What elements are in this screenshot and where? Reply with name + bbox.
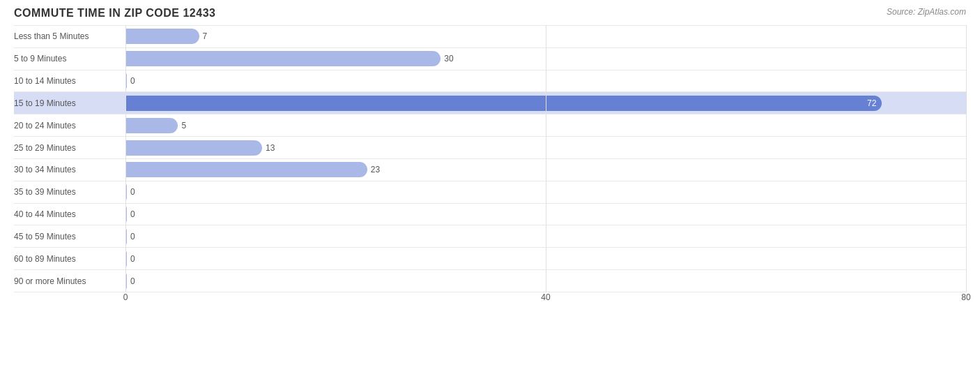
bar-fill [125, 29, 199, 44]
bar-row: 15 to 19 Minutes72 [14, 92, 966, 114]
bar-track: 0 [125, 270, 966, 292]
bar-fill: 72 [125, 96, 882, 111]
bar-fill [125, 162, 367, 177]
bar-row: 10 to 14 Minutes0 [14, 70, 966, 93]
chart-title: COMMUTE TIME IN ZIP CODE 12433 [14, 7, 215, 20]
bar-value-zero: 0 [130, 187, 135, 197]
bar-value-zero: 0 [130, 276, 135, 286]
bar-track: 23 [125, 159, 966, 181]
bar-track: 13 [125, 137, 966, 158]
bar-label: 20 to 24 Minutes [14, 121, 125, 131]
bar-track: 0 [125, 70, 966, 92]
bar-fill [125, 184, 127, 200]
bar-row: 90 or more Minutes0 [14, 270, 966, 292]
bar-value: 23 [371, 165, 380, 174]
bar-label: 15 to 19 Minutes [14, 98, 125, 108]
bar-value-zero: 0 [130, 232, 135, 241]
bar-fill [125, 207, 127, 222]
bar-row: 35 to 39 Minutes0 [14, 181, 966, 204]
bar-fill [125, 229, 127, 244]
bar-label: 40 to 44 Minutes [14, 209, 125, 219]
bar-label: 35 to 39 Minutes [14, 187, 125, 197]
bar-label: Less than 5 Minutes [14, 31, 125, 41]
bar-track: 72 [125, 92, 966, 114]
bar-track: 0 [125, 204, 966, 225]
x-axis-tick: 40 [541, 292, 550, 302]
bar-fill [125, 73, 127, 89]
bar-value-zero: 0 [130, 254, 135, 264]
bar-track: 7 [125, 26, 966, 47]
bar-fill [125, 140, 262, 156]
bar-value: 13 [266, 143, 275, 153]
bar-row: Less than 5 Minutes7 [14, 25, 966, 48]
bar-label: 30 to 34 Minutes [14, 165, 125, 174]
bar-track: 30 [125, 48, 966, 70]
bar-track: 5 [125, 114, 966, 136]
chart-header: COMMUTE TIME IN ZIP CODE 12433 Source: Z… [14, 7, 966, 20]
bar-label: 25 to 29 Minutes [14, 143, 125, 153]
grid-line [966, 25, 967, 292]
bar-fill [125, 251, 127, 267]
bar-label: 10 to 14 Minutes [14, 76, 125, 86]
bar-fill [125, 118, 178, 133]
bars-area: Less than 5 Minutes75 to 9 Minutes3010 t… [14, 25, 966, 292]
bar-label: 90 or more Minutes [14, 276, 125, 286]
bar-value: 30 [444, 54, 453, 64]
bar-fill [125, 51, 441, 66]
bar-value: 7 [203, 31, 208, 41]
bar-value-zero: 0 [130, 76, 135, 86]
bar-row: 60 to 89 Minutes0 [14, 248, 966, 270]
bar-row: 30 to 34 Minutes23 [14, 159, 966, 181]
chart-body: Less than 5 Minutes75 to 9 Minutes3010 t… [14, 25, 966, 313]
bar-label: 60 to 89 Minutes [14, 254, 125, 264]
bar-value: 5 [181, 121, 186, 131]
chart-source: Source: ZipAtlas.com [887, 7, 966, 17]
bar-row: 45 to 59 Minutes0 [14, 225, 966, 248]
bar-value-zero: 0 [130, 209, 135, 219]
chart-container: COMMUTE TIME IN ZIP CODE 12433 Source: Z… [0, 0, 980, 365]
bar-row: 5 to 9 Minutes30 [14, 48, 966, 70]
bar-row: 20 to 24 Minutes5 [14, 114, 966, 137]
x-axis-tick: 0 [123, 292, 128, 302]
x-axis-tick: 80 [961, 292, 970, 302]
bar-fill [125, 274, 127, 289]
bar-row: 40 to 44 Minutes0 [14, 204, 966, 226]
bar-row: 25 to 29 Minutes13 [14, 137, 966, 159]
x-axis: 04080 [125, 292, 966, 313]
bar-label: 5 to 9 Minutes [14, 54, 125, 64]
bar-label: 45 to 59 Minutes [14, 232, 125, 241]
bar-value: 72 [867, 98, 876, 108]
bar-track: 0 [125, 181, 966, 203]
bar-track: 0 [125, 225, 966, 247]
bar-track: 0 [125, 248, 966, 269]
